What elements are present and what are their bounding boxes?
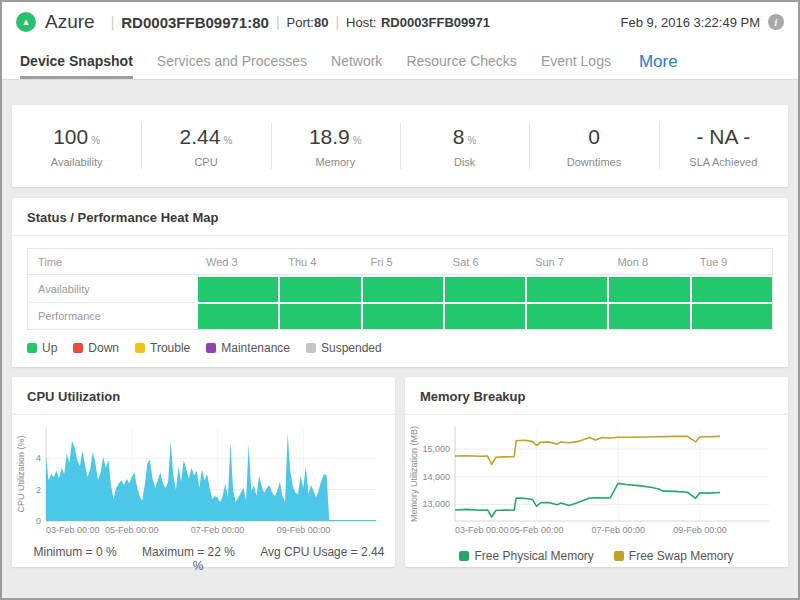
stat-label: Availability bbox=[51, 156, 103, 168]
stat-label: Disk bbox=[454, 156, 475, 168]
monitor-name: Azure bbox=[45, 11, 95, 33]
heatmap-card: Status / Performance Heat Map Time Wed 3… bbox=[12, 198, 788, 367]
heatmap-day-header: Wed 3 bbox=[196, 249, 278, 274]
heatmap-cell[interactable] bbox=[443, 275, 525, 302]
legend-item-maintenance: Maintenance bbox=[206, 341, 290, 355]
free-swap-memory-swatch-icon bbox=[614, 551, 624, 561]
heatmap-day-header: Sun 7 bbox=[525, 249, 607, 274]
tab-device-snapshot[interactable]: Device Snapshot bbox=[20, 42, 133, 79]
memory-chart[interactable]: 13,00014,00015,00003-Feb 00:0005-Feb 00:… bbox=[405, 415, 788, 541]
heatmap-cell[interactable] bbox=[361, 302, 443, 329]
svg-text:0: 0 bbox=[36, 516, 41, 526]
status-up-logo-icon: ▲ bbox=[16, 12, 36, 32]
cpu-chart-title: CPU Utilization bbox=[12, 377, 395, 415]
tab-services-and-processes[interactable]: Services and Processes bbox=[157, 42, 307, 79]
stat-label: Memory bbox=[315, 156, 355, 168]
host-value: RD0003FFB09971 bbox=[381, 15, 490, 30]
legend-item-free-physical-memory: Free Physical Memory bbox=[459, 549, 593, 563]
svg-text:05-Feb 00:00: 05-Feb 00:00 bbox=[510, 525, 564, 535]
separator: | bbox=[111, 14, 115, 30]
stat-value: 18.9 bbox=[309, 125, 350, 148]
stat-label: Downtimes bbox=[567, 156, 621, 168]
legend-item-down: Down bbox=[73, 341, 119, 355]
heatmap-legend: Up Down Trouble Maintenance Suspended bbox=[27, 341, 773, 355]
device-id: RD0003FFB09971:80 bbox=[121, 14, 269, 31]
cpu-maximum: Maximum = 22 % bbox=[142, 545, 235, 559]
svg-text:05-Feb 00:00: 05-Feb 00:00 bbox=[105, 525, 159, 535]
stat-availability: 100% Availability bbox=[12, 105, 141, 187]
stat-unit: % bbox=[468, 135, 477, 146]
svg-text:07-Feb 00:00: 07-Feb 00:00 bbox=[592, 525, 646, 535]
heatmap-header-row: Time Wed 3 Thu 4 Fri 5 Sat 6 Sun 7 Mon 8… bbox=[28, 249, 772, 275]
up-swatch-icon bbox=[27, 343, 37, 353]
stat-disk: 8% Disk bbox=[400, 105, 529, 187]
port-label: Port: bbox=[287, 15, 314, 30]
heatmap-time-header: Time bbox=[28, 249, 196, 274]
legend-label: Trouble bbox=[150, 341, 190, 355]
svg-text:03-Feb 00:00: 03-Feb 00:00 bbox=[455, 525, 509, 535]
tab-resource-checks[interactable]: Resource Checks bbox=[406, 42, 517, 79]
heatmap-availability-row: Availability bbox=[28, 275, 772, 302]
heatmap-cell[interactable] bbox=[361, 275, 443, 302]
stat-label: CPU bbox=[194, 156, 217, 168]
stat-unit: % bbox=[353, 135, 362, 146]
svg-text:03-Feb 00:00: 03-Feb 00:00 bbox=[46, 525, 100, 535]
up-arrow-icon: ▲ bbox=[22, 17, 31, 26]
trouble-swatch-icon bbox=[135, 343, 145, 353]
stat-value: 100 bbox=[53, 125, 88, 148]
separator: | bbox=[335, 14, 339, 30]
svg-text:2: 2 bbox=[36, 485, 41, 495]
stat-memory: 18.9% Memory bbox=[271, 105, 400, 187]
heatmap-cell[interactable] bbox=[443, 302, 525, 329]
heatmap-row-label: Availability bbox=[28, 275, 196, 302]
stat-unit: % bbox=[223, 135, 232, 146]
separator: | bbox=[276, 14, 280, 30]
legend-label: Maintenance bbox=[221, 341, 290, 355]
memory-breakup-card: Memory Breakup 13,00014,00015,00003-Feb … bbox=[405, 377, 788, 567]
svg-text:09-Feb 00:00: 09-Feb 00:00 bbox=[277, 525, 331, 535]
heatmap-cell[interactable] bbox=[196, 275, 278, 302]
svg-text:CPU Utilization (%): CPU Utilization (%) bbox=[16, 435, 26, 512]
heatmap-cell[interactable] bbox=[525, 275, 607, 302]
legend-label: Up bbox=[42, 341, 57, 355]
heatmap-cell[interactable] bbox=[278, 302, 360, 329]
charts-row: CPU Utilization 02403-Feb 00:0005-Feb 00… bbox=[12, 377, 788, 567]
heatmap-title: Status / Performance Heat Map bbox=[12, 198, 788, 236]
svg-text:Memory Utilization (MB): Memory Utilization (MB) bbox=[409, 426, 419, 522]
stat-sla: - NA - SLA Achieved bbox=[659, 105, 788, 187]
cpu-area-chart[interactable]: 02403-Feb 00:0005-Feb 00:0007-Feb 00:000… bbox=[16, 419, 384, 537]
stat-cpu: 2.44% CPU bbox=[141, 105, 270, 187]
heatmap-cell[interactable] bbox=[196, 302, 278, 329]
header: ▲ Azure | RD0003FFB09971:80 | Port:80 | … bbox=[2, 2, 798, 42]
legend-label: Down bbox=[88, 341, 119, 355]
svg-text:07-Feb 00:00: 07-Feb 00:00 bbox=[191, 525, 245, 535]
heatmap-cell[interactable] bbox=[525, 302, 607, 329]
tab-more[interactable]: More bbox=[639, 42, 678, 79]
tab-network[interactable]: Network bbox=[331, 42, 382, 79]
memory-line-chart[interactable]: 13,00014,00015,00003-Feb 00:0005-Feb 00:… bbox=[409, 419, 777, 537]
svg-text:09-Feb 00:00: 09-Feb 00:00 bbox=[673, 525, 727, 535]
info-icon[interactable]: i bbox=[768, 14, 784, 30]
legend-label: Free Swap Memory bbox=[629, 549, 734, 563]
legend-item-trouble: Trouble bbox=[135, 341, 190, 355]
tab-event-logs[interactable]: Event Logs bbox=[541, 42, 611, 79]
monitoring-dashboard: ▲ Azure | RD0003FFB09971:80 | Port:80 | … bbox=[0, 0, 800, 600]
svg-text:15,000: 15,000 bbox=[422, 444, 450, 454]
legend-label: Suspended bbox=[321, 341, 382, 355]
svg-text:13,000: 13,000 bbox=[422, 499, 450, 509]
heatmap-cell[interactable] bbox=[690, 302, 772, 329]
free-physical-memory-swatch-icon bbox=[459, 551, 469, 561]
memory-chart-title: Memory Breakup bbox=[405, 377, 788, 415]
heatmap-table: Time Wed 3 Thu 4 Fri 5 Sat 6 Sun 7 Mon 8… bbox=[27, 248, 773, 330]
heatmap-cell[interactable] bbox=[690, 275, 772, 302]
tab-bar: Device Snapshot Services and Processes N… bbox=[2, 42, 798, 80]
heatmap-cell[interactable] bbox=[607, 302, 689, 329]
heatmap-cell[interactable] bbox=[278, 275, 360, 302]
cpu-minimum: Minimum = 0 % bbox=[34, 545, 117, 559]
host-label: Host: bbox=[346, 15, 376, 30]
heatmap-day-header: Thu 4 bbox=[278, 249, 360, 274]
memory-chart-legend: Free Physical Memory Free Swap Memory bbox=[405, 541, 788, 573]
heatmap-cell[interactable] bbox=[607, 275, 689, 302]
cpu-chart[interactable]: 02403-Feb 00:0005-Feb 00:0007-Feb 00:000… bbox=[12, 415, 395, 541]
summary-stats-card: 100% Availability 2.44% CPU 18.9% Memory… bbox=[12, 105, 788, 187]
